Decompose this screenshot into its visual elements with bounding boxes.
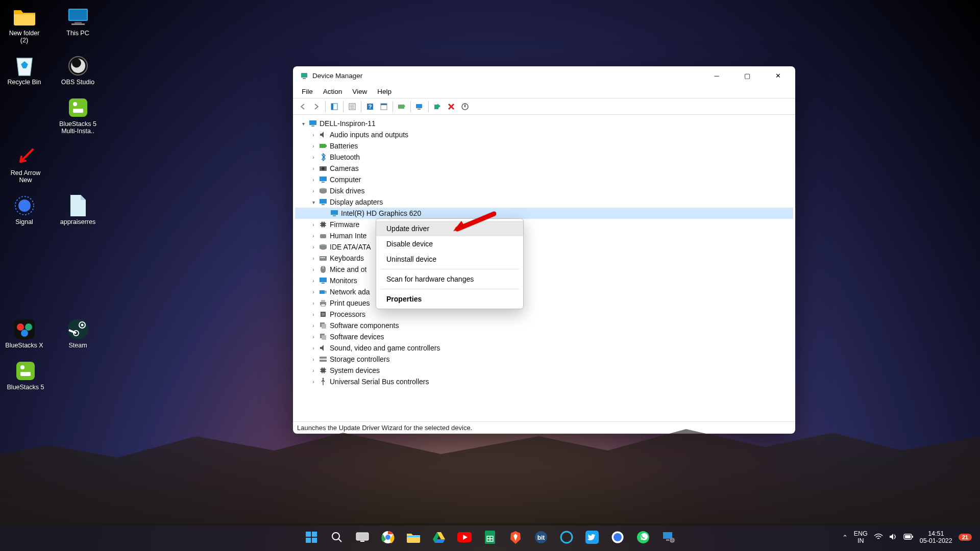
taskbar-explorer-button[interactable] [403,527,424,548]
update-driver-button[interactable] [395,100,408,113]
taskbar: bit ⌃ ENG IN 14:51 05-01-2022 21 [0,523,980,551]
desktop-icon-red-arrow-new[interactable]: Red Arrow New [5,145,46,184]
menu-help[interactable]: Help [373,86,396,97]
tree-category[interactable]: ›IDE ATA/ATAI [295,241,793,253]
tree-category[interactable]: ›Human Inte [295,230,793,241]
svg-point-13 [25,323,32,331]
context-menu-item[interactable]: Update driver [376,221,523,236]
tree-category[interactable]: ›System devices [295,365,793,376]
tree-category[interactable]: ›Batteries [295,140,793,152]
taskbar-brave-button[interactable] [505,527,526,548]
desktop-icon-steam[interactable]: Steam [59,317,97,349]
tree-category[interactable]: ›Sound, video and game controllers [295,342,793,354]
separator [361,101,361,112]
taskbar-bitwarden-button[interactable]: bit [530,527,552,548]
tray-chevron-icon[interactable]: ⌃ [842,534,848,541]
show-hide-tree-button[interactable] [328,100,341,113]
svg-rect-52 [321,222,325,227]
tree-category[interactable]: ›Cameras [295,163,793,174]
bt-icon [318,153,328,162]
context-menu-item[interactable]: Properties [376,291,523,307]
desktop-icon-bluestacks5[interactable]: BlueStacks 5 [5,359,46,391]
tree-category[interactable]: ›Print queues [295,297,793,309]
svg-rect-102 [666,539,669,541]
taskbar-start-button[interactable] [301,527,322,548]
svg-rect-25 [331,104,333,110]
taskbar-cortana-button[interactable] [556,527,577,548]
back-button[interactable] [296,100,309,113]
tree-device[interactable]: Intel(R) HD Graphics 620 [295,208,793,219]
tree-category[interactable]: ›Keyboards [295,253,793,264]
scan-hardware-button[interactable] [413,100,426,113]
taskbar-taskview-button[interactable] [352,527,373,548]
tree-category[interactable]: ›Mice and ot [295,264,793,275]
notification-badge[interactable]: 21 [959,534,972,541]
desktop-icon-new-folder[interactable]: New folder (2) [5,5,43,44]
wifi-icon[interactable] [874,533,883,542]
tree-category[interactable]: ›Firmware [295,219,793,230]
minimize-button[interactable]: ─ [701,66,732,85]
desktop-icon-recycle-bin[interactable]: Recycle Bin [5,54,43,86]
battery-icon[interactable] [903,534,914,541]
action-button[interactable] [377,100,390,113]
context-menu-item[interactable]: Disable device [376,236,523,252]
properties-button[interactable] [346,100,359,113]
maximize-button[interactable]: ▢ [732,66,763,85]
context-menu-item[interactable]: Uninstall device [376,252,523,267]
taskbar-signal-button[interactable] [607,527,628,548]
taskbar-chrome-button[interactable] [377,527,399,548]
svg-rect-33 [381,104,387,105]
tree-category-label: Monitors [330,277,357,285]
taskbar-youtube-button[interactable] [454,527,475,548]
svg-rect-51 [333,215,336,216]
chip-icon [318,366,328,375]
menu-file[interactable]: File [297,86,317,97]
monitor-icon [330,209,339,218]
help-button[interactable]: ? [363,100,377,113]
tree-category[interactable]: ›Storage controllers [295,354,793,365]
disable-device-button[interactable] [458,100,472,113]
tree-category[interactable]: ›Disk drives [295,185,793,196]
desktop-icon-bluestacks-x[interactable]: BlueStacks X [5,317,43,349]
taskbar-search-button[interactable] [326,527,348,548]
menu-action[interactable]: Action [318,86,347,97]
tree-category[interactable]: ›Universal Serial Bus controllers [295,376,793,387]
close-button[interactable]: ✕ [763,66,793,85]
volume-icon[interactable] [889,533,897,542]
tree-category[interactable]: ›Audio inputs and outputs [295,129,793,140]
tree-category[interactable]: ›Bluetooth [295,152,793,163]
uninstall-device-button[interactable] [445,100,458,113]
tree-category[interactable]: ›Software devices [295,331,793,342]
taskbar-drive-button[interactable] [428,527,450,548]
menu-view[interactable]: View [348,86,372,97]
device-tree[interactable]: ▾DELL-Inspiron-11›Audio inputs and outpu… [293,115,795,421]
tree-root[interactable]: ▾DELL-Inspiron-11 [295,118,793,129]
desktop-icon-this-pc[interactable]: This PC [59,5,97,44]
tree-category[interactable]: ▾Display adapters [295,196,793,208]
desktop-icon-appraiserres[interactable]: appraiserres [59,194,97,226]
bluestacks-x-icon [13,317,36,341]
tree-category[interactable]: ›Monitors [295,275,793,286]
desktop-icon-signal[interactable]: Signal [5,194,43,226]
context-menu-item[interactable]: Scan for hardware changes [376,271,523,287]
enable-device-button[interactable] [431,100,444,113]
taskbar-devmgr-button[interactable] [658,527,679,548]
svg-rect-1 [69,10,87,20]
tree-category[interactable]: ›Network ada [295,286,793,297]
svg-rect-66 [321,304,325,306]
menubar: File Action View Help [293,85,795,98]
language-indicator[interactable]: ENG IN [854,530,868,544]
titlebar[interactable]: Device Manager ─ ▢ ✕ [293,66,795,85]
tree-category[interactable]: ›Software components [295,320,793,331]
desktop-icon-obs-studio[interactable]: OBS Studio [59,54,97,86]
disk-icon [318,242,328,252]
clock[interactable]: 14:51 05-01-2022 [920,530,952,544]
taskbar-twitter-button[interactable] [581,527,603,548]
cpu-icon [318,310,328,319]
desktop-icon-bluestacks5-multi[interactable]: BlueStacks 5 Multi-Insta.. [59,96,97,135]
tree-category[interactable]: ›Processors [295,309,793,320]
tree-category[interactable]: ›Computer [295,174,793,185]
taskbar-whatsapp-button[interactable] [632,527,654,548]
taskbar-sheets-button[interactable] [479,527,501,548]
forward-button[interactable] [310,100,323,113]
